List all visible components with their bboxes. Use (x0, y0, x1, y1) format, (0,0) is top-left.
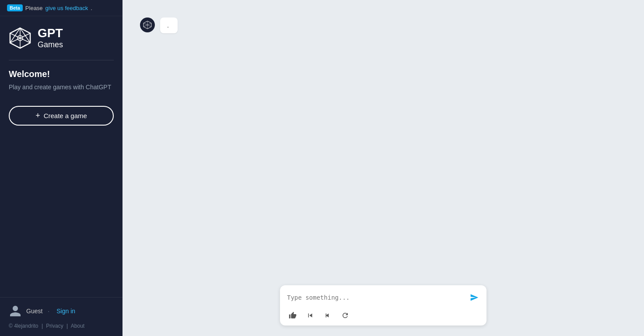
sidebar-bottom: Guest · Sign in © 4lejandrito | Privacy … (0, 297, 122, 336)
chat-input[interactable] (287, 294, 468, 301)
input-container (122, 285, 644, 336)
welcome-title: Welcome! (9, 69, 114, 79)
skip-back-icon (306, 312, 314, 319)
logo-text: GPT Games (38, 27, 63, 49)
user-row: Guest · Sign in (9, 304, 114, 318)
sidebar: Beta Please give us feedback. GPT Games … (0, 0, 122, 336)
sign-in-link[interactable]: Sign in (56, 308, 75, 315)
input-row (280, 285, 486, 308)
chat-area: . (122, 0, 644, 285)
footer-copy: © 4lejandrito (9, 323, 38, 329)
refresh-button[interactable] (340, 311, 351, 320)
skip-back-button[interactable] (304, 311, 316, 320)
sidebar-divider (9, 60, 114, 60)
feedback-suffix: . (91, 5, 92, 11)
plus-icon: + (35, 111, 40, 120)
gpt-games-logo-icon (9, 27, 32, 49)
welcome-section: Welcome! Play and create games with Chat… (0, 69, 122, 102)
create-game-button[interactable]: + Create a game (9, 106, 114, 126)
bot-message-row: . (122, 9, 644, 42)
bot-avatar (140, 18, 155, 32)
send-icon (470, 293, 479, 302)
footer-links: © 4lejandrito | Privacy | About (9, 323, 114, 329)
step-back-icon (324, 312, 332, 319)
logo-subtitle: Games (38, 40, 63, 50)
chat-input-box (280, 285, 486, 326)
separator: · (48, 308, 49, 315)
bot-avatar-icon (143, 21, 152, 29)
footer-about-link[interactable]: About (71, 323, 84, 329)
thumbsup-icon (289, 312, 297, 319)
feedback-text: Please (25, 5, 43, 11)
beta-bar: Beta Please give us feedback. (0, 0, 122, 16)
user-name: Guest (26, 308, 42, 315)
thumbsup-button[interactable] (287, 311, 298, 320)
logo-title: GPT (38, 27, 63, 40)
refresh-icon (341, 312, 349, 319)
main-area: . (122, 0, 644, 336)
user-avatar-icon (9, 304, 22, 318)
beta-badge: Beta (7, 4, 23, 11)
feedback-link[interactable]: give us feedback (46, 5, 88, 11)
step-back-button[interactable] (322, 311, 333, 320)
send-button[interactable] (468, 291, 480, 304)
logo-section: GPT Games (0, 16, 122, 58)
action-row (280, 308, 486, 326)
create-game-label: Create a game (44, 112, 87, 119)
footer-sep-1: | (42, 323, 43, 329)
welcome-desc: Play and create games with ChatGPT (9, 83, 114, 92)
bot-message-bubble: . (160, 18, 178, 33)
footer-privacy-link[interactable]: Privacy (46, 323, 63, 329)
footer-sep-2: | (66, 323, 68, 329)
